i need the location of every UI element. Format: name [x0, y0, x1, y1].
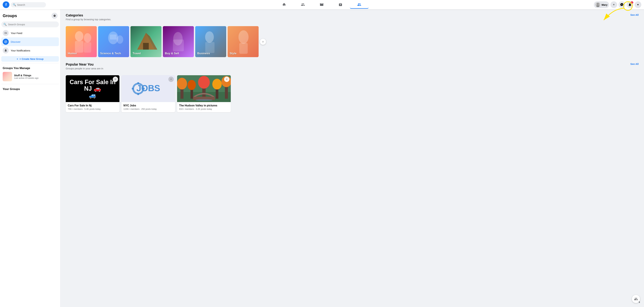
svg-rect-7 [75, 41, 83, 53]
discover-icon [3, 39, 9, 45]
avatar [596, 2, 600, 7]
group-card-cover-jobs: JOBS [122, 75, 175, 102]
group-card-meta-cars: 75K+ members · 5.4K posts today [68, 108, 118, 110]
group-name: Stuff & Things [14, 74, 38, 77]
group-card-cars[interactable]: Cars For Sale In NJ 🚗🚙 × Cars For Sale I… [66, 75, 120, 112]
sidebar-title: Groups ⚙ [1, 11, 59, 20]
svg-point-12 [116, 35, 123, 44]
popular-header-text: Popular Near You Groups people in your a… [66, 62, 103, 72]
categories-title: Categories [66, 13, 111, 17]
plus-icon: + [16, 57, 18, 60]
category-card-scitech[interactable]: Science & Tech [98, 26, 129, 57]
category-label-business: Business [197, 52, 210, 55]
your-groups-header: Your Groups [1, 85, 59, 91]
group-thumbnail [3, 72, 12, 81]
messenger-button[interactable] [618, 1, 625, 8]
feed-icon [3, 30, 9, 36]
group-info: Stuff & Things Last active 23 weeks ago [14, 74, 38, 79]
dismiss-button-hudson[interactable]: × [224, 77, 230, 82]
create-group-label: + Create New Group [20, 57, 44, 60]
category-card-business[interactable]: Business [195, 26, 226, 57]
notifications-icon [3, 47, 9, 53]
group-card-name-hudson: The Hudson Valley in pictures [179, 104, 229, 107]
svg-point-39 [188, 80, 196, 90]
sidebar-item-feed[interactable]: Your Feed [1, 29, 59, 37]
svg-point-43 [212, 79, 222, 89]
plus-icon: + [613, 3, 615, 6]
dismiss-button-cars[interactable]: × [113, 77, 118, 82]
categories-header-row: Categories Find a group by browsing top … [66, 13, 639, 23]
scroll-to-top-button[interactable]: 0 [632, 295, 640, 303]
svg-rect-33 [137, 93, 139, 95]
user-profile-pill[interactable]: Mary [594, 1, 609, 8]
sidebar-item-label: Your Notifications [11, 49, 30, 52]
global-search-input[interactable] [17, 3, 44, 6]
sidebar-item-label: Your Feed [11, 32, 22, 34]
categories-see-all[interactable]: See All [630, 13, 639, 16]
svg-rect-8 [84, 42, 91, 53]
group-last-active: Last active 23 weeks ago [14, 77, 38, 79]
top-navigation: f 🔍 Mary + [0, 0, 644, 9]
groups-settings-button[interactable]: ⚙ [52, 13, 58, 19]
popular-see-all[interactable]: See All [630, 62, 639, 65]
nav-left: f 🔍 [3, 1, 50, 8]
group-card-jobs[interactable]: JOBS × NYC Jobs 115K+ me [122, 75, 175, 112]
nav-marketplace-button[interactable] [331, 1, 350, 9]
popular-title: Popular Near You [66, 62, 103, 66]
search-icon: 🔍 [13, 3, 16, 6]
popular-section: Popular Near You Groups people in your a… [66, 62, 639, 112]
sidebar: Groups ⚙ 🔍 Your Feed Discover Your Notif… [0, 9, 60, 307]
divider-2 [1, 84, 59, 84]
category-card-travel[interactable]: Travel [130, 26, 162, 57]
search-groups-bar[interactable]: 🔍 [1, 21, 59, 27]
svg-point-1 [597, 3, 599, 5]
username: Mary [602, 3, 608, 6]
sidebar-item-discover[interactable]: Discover [1, 37, 59, 46]
popular-header-row: Popular Near You Groups people in your a… [66, 62, 639, 72]
group-card-body-jobs: NYC Jobs 115K+ members · 250 posts today [122, 102, 175, 112]
close-icon: × [226, 78, 228, 81]
category-card-buysell[interactable]: Buy & Sell [163, 26, 194, 57]
category-card-humor[interactable]: Humor [66, 26, 97, 57]
nav-friends-button[interactable] [294, 1, 312, 9]
add-action-button[interactable]: + [610, 1, 617, 8]
nav-home-button[interactable] [275, 1, 294, 9]
dismiss-button-jobs[interactable]: × [168, 77, 174, 82]
group-card-meta-hudson: 91K+ members · 3.2K posts today [179, 108, 229, 110]
popular-subtitle: Groups people in your area are in [66, 67, 103, 70]
group-card-cover-cars: Cars For Sale In NJ 🚗🚙 [66, 75, 120, 102]
svg-text:JOBS: JOBS [136, 83, 160, 93]
group-card-name-cars: Cars For Sale In Nj [68, 104, 118, 107]
close-icon: × [114, 78, 116, 81]
nav-groups-button[interactable] [350, 1, 368, 9]
global-search-bar[interactable]: 🔍 [11, 2, 46, 7]
svg-rect-30 [132, 88, 134, 89]
nav-center [50, 1, 594, 9]
svg-point-6 [84, 33, 91, 42]
search-groups-icon: 🔍 [3, 23, 7, 26]
menu-dropdown-button[interactable]: ▼ [634, 1, 641, 8]
sidebar-item-label: Discover [11, 40, 20, 43]
svg-rect-11 [110, 34, 116, 39]
sidebar-item-notifications[interactable]: Your Notifications [1, 46, 59, 55]
svg-rect-16 [143, 43, 149, 50]
group-card-body-hudson: The Hudson Valley in pictures 91K+ membe… [177, 102, 231, 112]
svg-point-5 [75, 31, 83, 41]
category-card-style[interactable]: Style [228, 26, 258, 57]
categories-next-button[interactable]: › [260, 39, 266, 45]
facebook-logo[interactable]: f [3, 1, 10, 8]
create-group-button[interactable]: + + Create New Group [1, 56, 59, 62]
group-card-hudson[interactable]: × The Hudson Valley in pictures 91K+ mem… [177, 75, 231, 112]
group-card-meta-jobs: 115K+ members · 250 posts today [124, 108, 173, 110]
search-groups-input[interactable] [8, 23, 57, 26]
notification-badge: 1 [630, 1, 634, 4]
svg-point-47 [196, 99, 212, 101]
main-content: Categories Find a group by browsing top … [60, 9, 644, 307]
svg-point-21 [205, 31, 214, 43]
svg-rect-22 [205, 42, 214, 53]
notifications-button[interactable]: 1 [626, 1, 633, 8]
category-label-travel: Travel [132, 52, 141, 55]
svg-point-37 [177, 78, 187, 89]
managed-group-item[interactable]: Stuff & Things Last active 23 weeks ago [1, 70, 59, 83]
nav-video-button[interactable] [312, 1, 331, 9]
